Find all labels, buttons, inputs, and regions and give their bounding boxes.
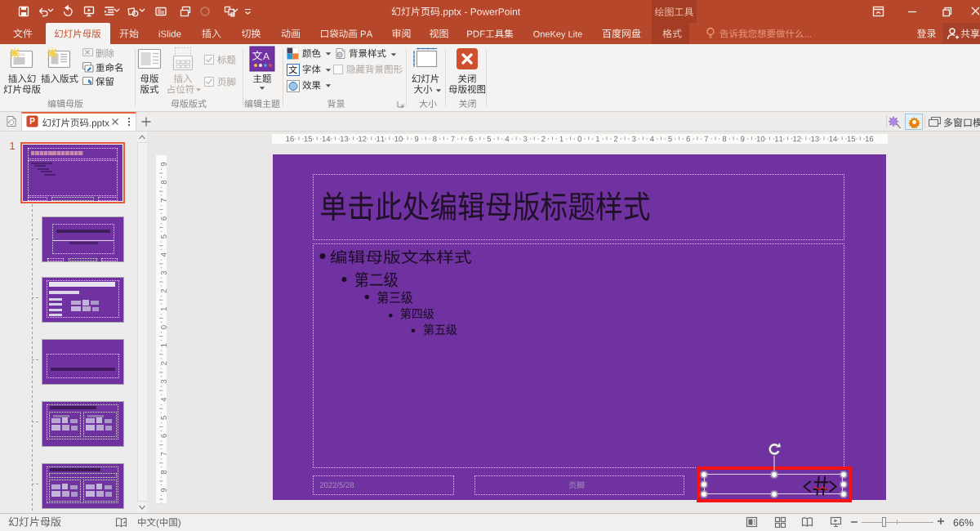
svg-text:P: P bbox=[29, 117, 35, 126]
